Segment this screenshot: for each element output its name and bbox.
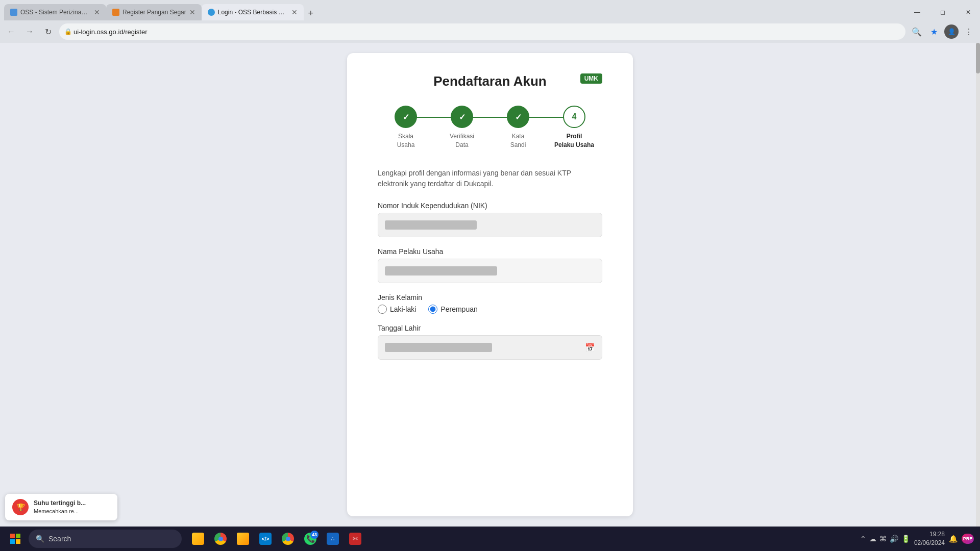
step-circle-1: ✓ — [395, 106, 417, 128]
tray-weather-icon[interactable]: ☁ — [869, 535, 876, 543]
toast-title: Suhu tertinggi b... — [34, 499, 86, 508]
taskbar-app-snip[interactable]: ✄ — [345, 529, 365, 549]
tab-login[interactable]: Login - OSS Berbasis Risiko ✕ — [202, 4, 304, 20]
dob-label: Tanggal Lahir — [378, 324, 602, 332]
snip-icon: ✄ — [349, 533, 361, 545]
scrollbar-thumb[interactable] — [976, 43, 980, 73]
gender-radio-group: Laki-laki Perempuan — [378, 305, 602, 314]
notification-bell-icon[interactable]: 🔔 — [949, 535, 958, 543]
step-circle-4: 4 — [563, 106, 585, 128]
step-label-1: SkalaUsaha — [397, 132, 415, 149]
profile-button[interactable]: 👤 — [944, 24, 959, 39]
gender-male-radio[interactable] — [378, 305, 387, 314]
window-controls: — ◻ ✕ — [905, 4, 980, 20]
url-wrapper: 🔒 — [59, 23, 905, 40]
toast-icon: 🏆 — [12, 499, 29, 515]
taskbar-app-blue[interactable]: ⛬ — [323, 529, 343, 549]
restore-button[interactable]: ◻ — [931, 4, 954, 20]
tab-label-pangan: Register Pangan Segar — [122, 9, 186, 16]
svg-rect-1 — [16, 534, 20, 538]
folder-icon — [237, 533, 249, 545]
nama-input[interactable] — [378, 259, 602, 283]
gender-male-label[interactable]: Laki-laki — [378, 305, 416, 314]
registration-card: Pendaftaran Akun UMK ✓ SkalaUsaha ✓ Veri… — [347, 53, 633, 516]
blue-app-icon: ⛬ — [327, 533, 339, 545]
color-pill[interactable]: PRE — [962, 534, 974, 544]
page-title: Pendaftaran Akun — [433, 73, 547, 89]
form-description: Lengkapi profil dengan informasi yang be… — [378, 168, 602, 189]
step-item-2: ✓ VerifikasiData — [434, 106, 490, 149]
step-circle-3: ✓ — [507, 106, 529, 128]
taskbar: 🔍 Search </> — [0, 527, 980, 551]
taskbar-search-bar[interactable]: 🔍 Search — [29, 530, 182, 548]
url-input[interactable] — [59, 23, 905, 40]
taskbar-app-whatsapp[interactable]: 📞 43 — [300, 529, 321, 549]
tray-clock[interactable]: 19:28 02/06/2024 — [914, 530, 945, 547]
taskbar-app-chrome2[interactable] — [278, 529, 298, 549]
start-button[interactable] — [6, 530, 24, 548]
close-button[interactable]: ✕ — [957, 4, 980, 20]
whatsapp-badge: 43 — [310, 531, 318, 539]
tab-close-login[interactable]: ✕ — [291, 8, 298, 16]
reload-button[interactable]: ↻ — [41, 24, 55, 39]
taskbar-app-folder[interactable] — [233, 529, 253, 549]
step-label-2: VerifikasiData — [450, 132, 474, 149]
nik-input[interactable] — [378, 213, 602, 237]
step-item-4: 4 ProfilPelaku Usaha — [546, 106, 602, 149]
tray-expand-icon[interactable]: ⌃ — [860, 535, 866, 543]
gender-female-text: Perempuan — [440, 305, 477, 313]
step-connector-4-last — [524, 117, 569, 118]
toast-body: Memecahkan re... — [34, 508, 86, 515]
tab-label-oss: OSS - Sistem Perizinan Berusa... — [20, 9, 91, 16]
windows-logo-icon — [10, 534, 20, 544]
tab-favicon-oss — [10, 9, 17, 16]
gender-label: Jenis Kelamin — [378, 293, 602, 302]
tab-pangan[interactable]: Register Pangan Segar ✕ — [106, 4, 202, 20]
nama-group: Nama Pelaku Usaha — [378, 247, 602, 283]
nama-input-wrapper — [378, 259, 602, 283]
gender-male-text: Laki-laki — [390, 305, 416, 313]
step-circle-2: ✓ — [451, 106, 473, 128]
page-content: Pendaftaran Akun UMK ✓ SkalaUsaha ✓ Veri… — [0, 43, 980, 527]
file-explorer-icon — [192, 533, 204, 545]
taskbar-search-text: Search — [48, 535, 71, 543]
tray-battery-icon[interactable]: 🔋 — [901, 535, 910, 543]
step-label-4: ProfilPelaku Usaha — [554, 132, 594, 149]
svg-rect-0 — [10, 534, 15, 538]
chrome2-icon — [282, 533, 294, 545]
toast-text: Suhu tertinggi b... Memecahkan re... — [34, 499, 86, 515]
gender-female-label[interactable]: Perempuan — [428, 305, 477, 314]
search-button[interactable]: 🔍 — [910, 24, 924, 39]
step-item-1: ✓ SkalaUsaha — [378, 106, 434, 149]
bookmark-button[interactable]: ★ — [927, 24, 941, 39]
chrome-icon — [214, 533, 227, 545]
gender-female-radio[interactable] — [428, 305, 437, 314]
tab-favicon-login — [208, 9, 215, 16]
tab-close-oss[interactable]: ✕ — [94, 8, 100, 16]
toast-notification: 🏆 Suhu tertinggi b... Memecahkan re... — [5, 494, 117, 520]
taskbar-app-filemanager[interactable] — [188, 529, 208, 549]
dob-input[interactable] — [378, 335, 602, 360]
new-tab-button[interactable]: + — [304, 6, 318, 20]
svg-rect-3 — [16, 539, 20, 544]
tab-oss[interactable]: OSS - Sistem Perizinan Berusa... ✕ — [4, 4, 106, 20]
taskbar-app-vscode[interactable]: </> — [255, 529, 276, 549]
step-connector-2 — [468, 117, 512, 118]
tray-wifi-icon[interactable]: ⌘ — [879, 535, 887, 543]
dob-group: Tanggal Lahir 📅 — [378, 324, 602, 360]
tray-volume-icon[interactable]: 🔊 — [890, 535, 898, 543]
dob-input-wrapper: 📅 — [378, 335, 602, 360]
taskbar-app-chrome[interactable] — [210, 529, 231, 549]
tray-icons: ⌃ ☁ ⌘ 🔊 🔋 — [860, 535, 910, 543]
forward-button[interactable]: → — [22, 24, 37, 39]
back-button[interactable]: ← — [4, 24, 18, 39]
gender-group: Jenis Kelamin Laki-laki Perempuan — [378, 293, 602, 314]
address-bar: ← → ↻ 🔒 🔍 ★ 👤 ⋮ — [0, 20, 980, 43]
minimize-button[interactable]: — — [905, 4, 929, 20]
tab-close-pangan[interactable]: ✕ — [189, 8, 195, 16]
menu-button[interactable]: ⋮ — [962, 24, 976, 39]
step-label-3: KataSandi — [510, 132, 526, 149]
tray-time-value: 19:28 — [914, 530, 945, 539]
tab-label-login: Login - OSS Berbasis Risiko — [218, 9, 288, 16]
calendar-icon[interactable]: 📅 — [585, 342, 595, 352]
